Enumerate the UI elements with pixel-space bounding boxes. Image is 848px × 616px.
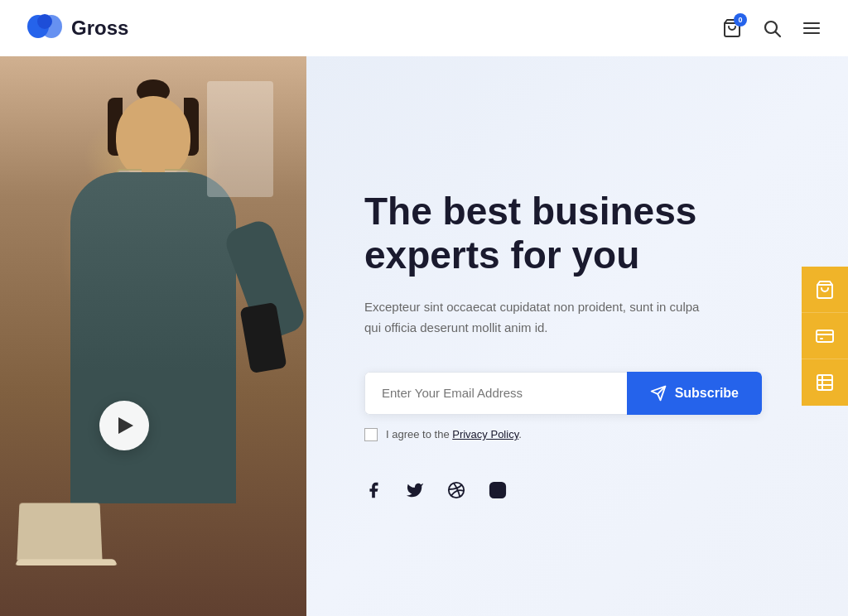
hero-image — [0, 56, 306, 616]
instagram-icon[interactable] — [489, 481, 507, 499]
dribbble-icon[interactable] — [447, 481, 465, 499]
logo-text: Gross — [71, 17, 128, 40]
header: Gross 0 — [0, 0, 848, 56]
hero-subtitle: Excepteur sint occaecat cupidatat non pr… — [364, 297, 712, 339]
laptop-screen — [17, 503, 102, 561]
svg-line-5 — [776, 32, 781, 37]
svg-rect-14 — [817, 330, 833, 342]
social-row — [364, 481, 782, 499]
hamburger-icon — [802, 18, 822, 38]
svg-rect-15 — [820, 338, 823, 339]
cart-button[interactable]: 0 — [722, 18, 742, 38]
sidebar-compare-icon — [815, 373, 835, 392]
search-icon — [762, 18, 782, 38]
image-panel — [0, 56, 306, 616]
subscribe-button[interactable]: Subscribe — [627, 372, 762, 415]
hero-title: The best business experts for you — [364, 190, 712, 277]
sidebar-tabs — [802, 267, 848, 406]
play-icon — [118, 417, 133, 434]
main-layout: The best business experts for you Except… — [0, 56, 848, 616]
privacy-text: I agree to the Privacy Policy. — [386, 428, 522, 440]
svg-rect-16 — [817, 375, 832, 390]
logo-icon — [26, 13, 63, 43]
send-icon — [650, 385, 667, 402]
play-button[interactable] — [99, 401, 149, 450]
sidebar-cart-icon — [815, 280, 835, 300]
sidebar-wishlist-icon — [815, 326, 835, 346]
logo-area: Gross — [26, 13, 128, 43]
menu-button[interactable] — [802, 18, 822, 38]
twitter-icon[interactable] — [406, 481, 424, 499]
content-panel: The best business experts for you Except… — [306, 56, 848, 616]
cart-badge: 0 — [734, 13, 747, 26]
sidebar-tab-wishlist[interactable] — [802, 313, 848, 359]
privacy-row: I agree to the Privacy Policy. — [364, 428, 782, 441]
laptop-base — [15, 559, 118, 565]
privacy-checkbox[interactable] — [364, 428, 378, 441]
facebook-icon[interactable] — [364, 481, 383, 499]
window-light — [207, 81, 273, 197]
sidebar-tab-compare[interactable] — [802, 359, 848, 406]
subscribe-form: Subscribe — [364, 372, 762, 415]
sidebar-tab-cart[interactable] — [802, 267, 848, 313]
subscribe-label: Subscribe — [675, 386, 739, 401]
svg-point-2 — [37, 14, 52, 29]
face — [116, 96, 190, 179]
search-button[interactable] — [762, 18, 782, 38]
email-input[interactable] — [364, 372, 627, 415]
body — [70, 172, 236, 503]
privacy-policy-link[interactable]: Privacy Policy — [452, 428, 518, 440]
header-actions: 0 — [722, 18, 822, 38]
